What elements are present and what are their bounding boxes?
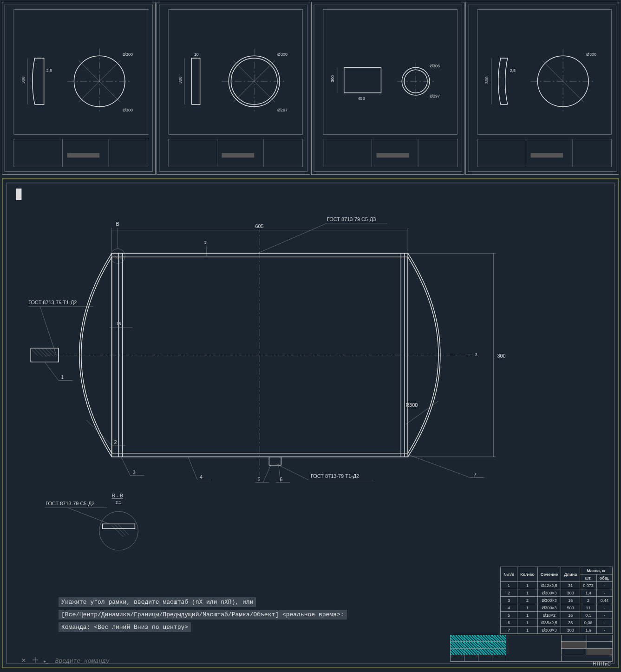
status-bar: ✕ ▸_ Введите команду <box>21 657 110 665</box>
dim-300: 300 <box>497 353 505 359</box>
svg-line-101 <box>408 455 470 478</box>
model-space-viewport[interactable]: 605 300 3 3 16 В ГОСТ 8713-79 С5-Д3 ГОСТ… <box>2 178 619 668</box>
dim-d300: Ø300 <box>586 52 596 57</box>
dim-3-top: 3 <box>204 240 207 245</box>
dim-d306: Ø306 <box>430 64 440 68</box>
svg-rect-38 <box>468 5 616 172</box>
svg-rect-11 <box>67 153 99 157</box>
dim-d300b: Ø300 <box>123 108 133 112</box>
svg-line-105 <box>114 524 126 535</box>
thumbnail-sheet-1[interactable]: 300 2,5 Ø300 Ø300 <box>2 2 156 175</box>
command-history: Укажите угол рамки, введите масштаб (nX … <box>59 597 384 635</box>
svg-rect-37 <box>376 153 409 157</box>
table-row: 11Ø42×2,5310,073- <box>500 582 612 589</box>
svg-rect-12 <box>159 5 307 172</box>
balloon-4: 4 <box>200 474 203 480</box>
dim-605: 605 <box>255 223 263 229</box>
col-mass-sht: шт. <box>580 574 597 582</box>
svg-line-91 <box>86 420 112 445</box>
svg-line-67 <box>42 349 50 357</box>
svg-rect-28 <box>344 67 381 93</box>
svg-rect-70 <box>269 457 281 465</box>
gost-detail-label: ГОСТ 8713-79 С5-Д3 <box>46 501 94 506</box>
command-input[interactable]: Введите команду <box>52 658 110 665</box>
thumbnail-sheet-2[interactable]: 10 300 Ø300 Ø297 <box>157 2 310 175</box>
svg-line-104 <box>112 525 124 537</box>
dim-16: 16 <box>117 321 121 326</box>
col-npn: №п/п <box>500 567 517 582</box>
balloon-7: 7 <box>474 472 477 477</box>
balloon-6: 6 <box>280 476 282 482</box>
cmd-prompt-caret: ▸_ <box>44 659 49 664</box>
dim-25: 2,5 <box>46 68 52 73</box>
svg-line-97 <box>263 464 271 483</box>
dim-r300: R300 <box>405 402 418 408</box>
balloon-1: 1 <box>61 374 64 380</box>
svg-rect-27 <box>323 10 457 135</box>
svg-line-65 <box>34 349 42 357</box>
gost-top-label: ГОСТ 8713-79 С5-Д3 <box>327 216 376 222</box>
svg-line-59 <box>113 254 118 259</box>
corner-label: НТПТиС <box>593 661 611 666</box>
svg-rect-13 <box>169 10 303 135</box>
balloon-3: 3 <box>132 470 135 475</box>
dim-300: 300 <box>330 75 334 82</box>
section-bb-scale: 2:1 <box>116 500 121 505</box>
dim-10: 10 <box>194 52 198 57</box>
cmd-line-3: Команда: <Вес линий Вниз по центру> <box>59 622 191 632</box>
balloon-2: 2 <box>114 439 117 445</box>
svg-line-107 <box>68 508 110 524</box>
svg-rect-50 <box>16 189 21 200</box>
thumbnail-sheet-3[interactable]: 300 453 Ø306 Ø297 <box>311 2 465 175</box>
svg-line-84 <box>40 307 56 355</box>
svg-rect-1 <box>14 10 148 135</box>
dim-d297: Ø297 <box>277 108 288 112</box>
col-mass: Масса, кг <box>580 567 613 574</box>
table-row: 41Ø300×350011- <box>500 604 612 612</box>
svg-point-103 <box>99 511 138 550</box>
col-kolvo: Кол-во <box>517 567 537 582</box>
svg-line-64 <box>32 350 38 356</box>
svg-line-106 <box>118 524 129 535</box>
dim-d300a: Ø300 <box>123 52 133 57</box>
dim-d300: Ø300 <box>277 52 288 57</box>
thumbnail-strip: 300 2,5 Ø300 Ø300 10 300 <box>0 0 621 176</box>
dim-d297: Ø297 <box>430 94 440 98</box>
svg-rect-0 <box>5 5 153 172</box>
spec-table: №п/п Кол-во Сечение Длина Масса, кг шт. … <box>500 567 613 634</box>
svg-point-62 <box>111 248 125 263</box>
dim-453: 453 <box>358 96 365 101</box>
crosshair-icon[interactable] <box>33 657 40 665</box>
svg-line-95 <box>188 457 197 480</box>
cmd-line-1: Укажите угол рамки, введите масштаб (nX … <box>59 597 256 607</box>
dim-25: 2,5 <box>510 68 516 73</box>
svg-rect-26 <box>314 5 462 172</box>
svg-line-93 <box>121 457 131 476</box>
svg-rect-48 <box>531 153 563 157</box>
svg-rect-14 <box>191 58 200 104</box>
title-block <box>450 635 613 662</box>
col-mass-obsch: общ. <box>596 574 612 582</box>
table-row: 32Ø300×31620,44 <box>500 597 612 604</box>
cmd-line-2: [Все/Центр/Динамика/Границы/Предыдущий/М… <box>59 610 347 620</box>
dim-3-right: 3 <box>475 352 477 357</box>
svg-line-66 <box>38 349 46 357</box>
col-length: Длина <box>561 567 580 582</box>
svg-rect-25 <box>222 153 254 157</box>
svg-line-89 <box>45 362 59 381</box>
balloon-5: 5 <box>257 476 260 482</box>
svg-rect-39 <box>477 10 612 135</box>
table-row: 21Ø300×33001,4- <box>500 589 612 597</box>
gost-left-label: ГОСТ 8713-79 Т1-Д2 <box>28 300 77 305</box>
view-marker-b: В <box>116 221 119 227</box>
table-row: 51Ø18×2160,1- <box>500 612 612 619</box>
table-row: 71Ø300×33001,6- <box>500 626 612 634</box>
svg-line-82 <box>257 223 327 254</box>
section-bb-label: В - В <box>112 493 123 498</box>
thumbnail-sheet-4[interactable]: 2,5 300 Ø300 <box>465 2 619 175</box>
svg-line-68 <box>46 349 53 357</box>
dim-300: 300 <box>484 77 489 84</box>
dim-300: 300 <box>178 77 183 84</box>
dim-300: 300 <box>21 77 26 84</box>
close-icon[interactable]: ✕ <box>21 657 29 665</box>
